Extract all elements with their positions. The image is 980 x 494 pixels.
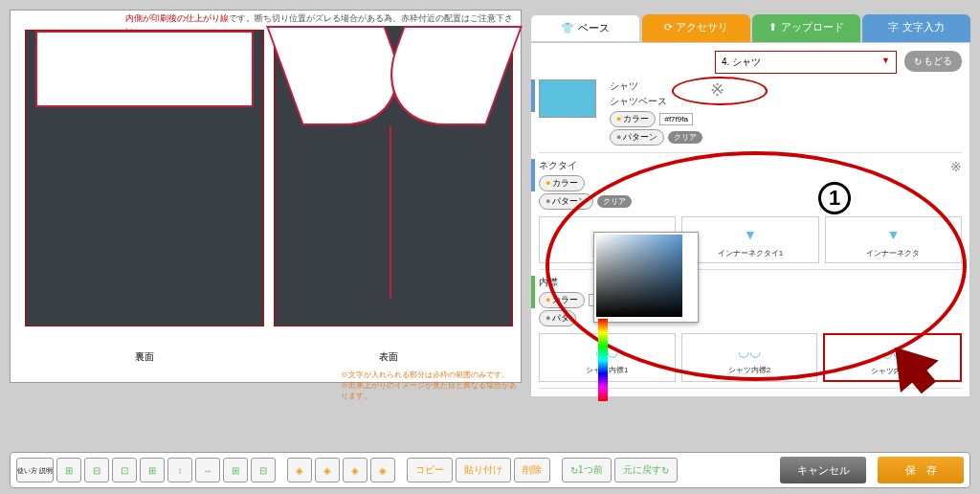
shirt-hex[interactable]: #f7f9fa [659,113,692,125]
annotation-number-1: 1 [818,182,851,214]
shirt-color-pill[interactable]: カラー [610,111,656,127]
required-icon: ※ [950,159,962,211]
shirt-front [274,30,513,326]
undo-all-button[interactable]: 元に戻す ↻ [614,458,678,483]
paste-button[interactable]: 貼り付け [456,458,511,483]
shirt-back [25,30,264,326]
shirt-preview [539,79,596,118]
part-dropdown[interactable]: 4. シャツ [715,51,897,74]
design-canvas: 内側が印刷後の仕上がり線です。断ち切り位置がズレる場合がある為、赤枠付近の配置は… [10,10,522,383]
align-btn-2[interactable]: ⊟ [84,458,109,483]
layer-btn-4[interactable]: ◈ [370,458,395,483]
tab-bar: 👕 ベース ⟳ アクセサリ ⬆ アップロード 字 文字入力 [530,14,970,42]
tab-upload[interactable]: ⬆ アップロード [752,14,860,42]
label-back: 裏面 [135,350,154,364]
collar-back [35,31,254,107]
tab-accessory[interactable]: ⟳ アクセサリ [642,14,750,42]
help-button[interactable]: 使い方 説明 [16,458,54,483]
necktie-label: ネクタイ [539,159,632,172]
necktie-line [390,126,391,299]
layer-btn-1[interactable]: ◈ [287,458,312,483]
align-btn-4[interactable]: ⊞ [140,458,165,483]
align-btn-8[interactable]: ⊟ [251,458,276,483]
collar-front [275,31,514,126]
canvas-notes: ※文字が入れられる部分は赤枠の範囲のみです。※出来上がりのイメージが見た目と異な… [341,370,521,401]
necktie-color-pill[interactable]: カラー [539,175,585,191]
copy-button[interactable]: コピー [407,458,453,483]
label-front: 表面 [379,350,398,364]
delete-button[interactable]: 削除 [514,458,550,483]
bottom-toolbar: 使い方 説明 ⊞ ⊟ ⊡ ⊞ ↕ ↔ ⊞ ⊟ ◈ ◈ ◈ ◈ コピー 貼り付け … [10,452,970,488]
back-button[interactable]: もどる [904,51,962,72]
align-btn-3[interactable]: ⊡ [112,458,137,483]
align-btn-7[interactable]: ⊞ [223,458,248,483]
cancel-button[interactable]: キャンセル [780,457,866,483]
shirt-pattern-pill[interactable]: パターン [610,129,664,146]
color-picker[interactable] [593,232,699,323]
layer-btn-2[interactable]: ◈ [315,458,340,483]
tab-base[interactable]: 👕 ベース [530,14,640,42]
shirt-clear[interactable]: クリア [668,131,702,144]
align-btn-6[interactable]: ↔ [195,458,220,483]
align-btn-5[interactable]: ↕ [167,458,192,483]
save-button[interactable]: 保 存 [878,457,964,483]
hue-slider[interactable] [598,319,608,401]
color-gradient[interactable] [596,235,682,317]
tab-text[interactable]: 字 文字入力 [862,14,970,42]
annotation-ellipse-1 [672,77,768,105]
undo-one-button[interactable]: ↻ 1つ前 [562,458,612,483]
layer-btn-3[interactable]: ◈ [343,458,368,483]
align-btn-1[interactable]: ⊞ [56,458,81,483]
